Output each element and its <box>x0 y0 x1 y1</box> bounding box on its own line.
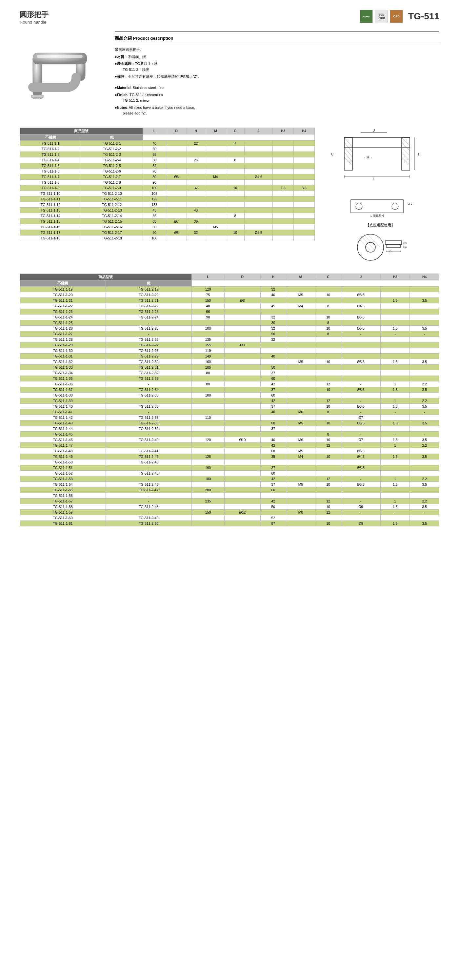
th2-H3: H3 <box>381 274 410 280</box>
product-table-2: 商品型號 L D H M C J H3 H4 不鏽鋼 鐵 TG-511-1-19… <box>20 274 439 527</box>
desc-item-5: ●Finish: TG-511-1: chromium TG-511-2: mi… <box>115 92 439 103</box>
table2-header: 商品型號 <box>20 274 192 280</box>
table-row: TG-511-1-43TG-511-2-3860M510Ø5.51.53.5 <box>20 420 439 426</box>
svg-rect-6 <box>32 95 43 97</box>
table-row: TG-511-1-21TG-511-2-21150Ø81.53.5 <box>20 298 439 303</box>
th2-C: C <box>315 274 341 280</box>
desc-line1-text: 帶底座圓形把手。 <box>115 48 144 51</box>
table-row: TG-511-1-22TG-511-2-224845M48Ø4.5 <box>20 303 439 309</box>
svg-point-32 <box>392 203 399 210</box>
table-row: TG-511-1-48TG-511-2-4160M5Ø5.5 <box>20 448 439 453</box>
table-row: TG-511-1-13TG-511-2-134543 <box>20 207 315 213</box>
table-row: TG-511-1-14TG-511-2-14668 <box>20 213 315 218</box>
table-row: TG-511-1-10TG-511-2-10102 <box>20 191 315 196</box>
th2-M: M <box>286 274 315 280</box>
table-row: TG-511-1-23TG-511-2-2366 <box>20 309 439 314</box>
th-M: M <box>205 127 226 134</box>
product-image-svg <box>23 35 102 107</box>
table-row: TG-511-1-39-4212-12.2 <box>20 398 439 403</box>
table-row: TG-511-1-25-308--- <box>20 320 439 325</box>
table-row: TG-511-1-37TG-511-2-343710Ø5.51.53.5 <box>20 387 439 392</box>
svg-text:C: C <box>331 153 334 156</box>
th2-fe: 鐵 <box>106 280 191 286</box>
table-row: TG-511-1-51-16037Ø5.5 <box>20 465 439 470</box>
table2-section: 商品型號 L D H M C J H3 H4 不鏽鋼 鐵 TG-511-1-19… <box>20 274 439 527</box>
table-row: TG-511-1-8TG-511-2-890 <box>20 180 315 185</box>
svg-text:H: H <box>418 153 420 156</box>
desc-line1: 帶底座圓形把手。 <box>115 47 439 53</box>
th-H: H <box>187 127 205 134</box>
hole-diagram: 2-J L 開孔尺寸 <box>344 193 416 220</box>
table-row: TG-511-1-60TG-511-2-4952 <box>20 515 439 520</box>
table-row: TG-511-1-33TG-511-2-3110050 <box>20 364 439 370</box>
table-row: TG-511-1-4TG-511-2-460268 <box>20 157 315 163</box>
table-row: TG-511-1-17TG-511-2-1790Ø83210Ø5.5 <box>20 229 315 235</box>
table-row: TG-511-1-54TG-511-2-4637M510Ø5.51.53.5 <box>20 482 439 487</box>
svg-line-14 <box>344 157 351 164</box>
th-ss: 不鏽鋼 <box>20 134 81 140</box>
svg-point-36 <box>365 242 375 252</box>
th-L: L <box>143 127 166 134</box>
desc-item-1: ●材質：不鏽鋼、鐵 <box>115 54 439 60</box>
svg-line-18 <box>402 152 410 161</box>
product-table-1: 商品型號 L D H M C J H3 H4 不鏽鋼 鐵 <box>20 127 315 241</box>
table-row: TG-511-1-49TG-511-2-4212835M410Ø4.51.53.… <box>20 453 439 459</box>
table-row: TG-511-1-55TG-511-2-4720060 <box>20 487 439 493</box>
product-title-zh: 圓形把手 <box>20 10 49 20</box>
svg-text:L: L <box>373 177 375 181</box>
table-row: TG-511-1-18TG-511-2-18100 <box>20 235 315 241</box>
th-C: C <box>226 127 244 134</box>
th2-J: J <box>341 274 380 280</box>
table1-header: 商品型號 <box>20 127 143 134</box>
table-row: TG-511-1-32TG-511-2-30160M510Ø5.51.53.5 <box>20 359 439 364</box>
th-H3: H3 <box>272 127 294 134</box>
table-row: TG-511-1-56- <box>20 493 439 498</box>
table-row: TG-511-1-36-884212-12.2 <box>20 381 439 387</box>
th2-H: H <box>260 274 286 280</box>
product-image-area <box>20 32 105 110</box>
table1-col: 商品型號 L D H M C J H3 H4 不鏽鋼 鐵 <box>20 127 315 241</box>
table-row: TG-511-1-15TG-511-2-1568Ø730 <box>20 218 315 224</box>
svg-line-15 <box>402 137 410 146</box>
svg-point-35 <box>357 234 384 261</box>
table-row: TG-511-1-3TG-511-2-355 <box>20 151 315 157</box>
dimension-diagram: D H C ←M→ L <box>325 127 436 193</box>
sus-badge: SUS不鏽鋼 <box>375 10 388 23</box>
svg-rect-9 <box>402 137 410 170</box>
table-row: TG-511-1-61TG-511-2-508710Ø91.53.5 <box>20 520 439 526</box>
product-description: 商品介紹 Product description 帶底座圓形把手。 ●材質：不鏽… <box>115 32 439 118</box>
table-row: TG-511-1-27-508--- <box>20 331 439 337</box>
table-row: TG-511-1-42TG-511-2-37110Ø7 <box>20 415 439 420</box>
svg-text:2-J: 2-J <box>408 202 413 205</box>
table-row: TG-511-1-16TG-511-2-1660M5 <box>20 224 315 229</box>
table-row: TG-511-1-45-8--- <box>20 431 439 437</box>
base-label-text: 【底座選配使用】 <box>366 223 395 227</box>
svg-text:15: 15 <box>389 250 391 253</box>
table-row: TG-511-1-40TG-511-2-363710Ø5.51.53.5 <box>20 403 439 409</box>
table-row: TG-511-1-24TG-511-2-24903210Ø5.5 <box>20 314 439 320</box>
svg-text:L 開孔尺寸: L 開孔尺寸 <box>370 214 384 218</box>
svg-rect-43 <box>386 245 401 247</box>
product-code: TG-511 <box>408 11 439 22</box>
table-row: TG-511-1-31TG-511-2-2914940 <box>20 353 439 359</box>
table-row: TG-511-1-38TG-511-2-3510060 <box>20 392 439 398</box>
svg-line-16 <box>402 142 410 151</box>
svg-text:H4: H4 <box>403 246 407 248</box>
table-row: TG-511-1-5TG-511-2-582 <box>20 163 315 168</box>
svg-text:←M→: ←M→ <box>363 156 372 159</box>
table-row: TG-511-1-2TG-511-2-260 <box>20 146 315 151</box>
desc-item-4: ●Material: Stainless steel、iron <box>115 85 439 91</box>
base-label: 【底座選配使用】 <box>366 223 395 228</box>
svg-point-31 <box>356 203 362 210</box>
svg-line-13 <box>344 152 353 162</box>
table-row: TG-511-1-50TG-511-2-43 <box>20 459 439 465</box>
svg-line-19 <box>402 157 409 165</box>
rohs-badge: RoHS <box>360 10 373 23</box>
table-row: TG-511-1-59-150Ø12M812--- <box>20 509 439 515</box>
svg-rect-7 <box>344 137 410 147</box>
table-row: TG-511-1-28TG-511-2-2613532 <box>20 337 439 342</box>
table-row: TG-511-1-41-40M68--- <box>20 409 439 415</box>
table-row: TG-511-1-53-1804212-12.2 <box>20 476 439 482</box>
th2-L: L <box>191 274 225 280</box>
desc-title: 商品介紹 Product description <box>115 35 439 41</box>
